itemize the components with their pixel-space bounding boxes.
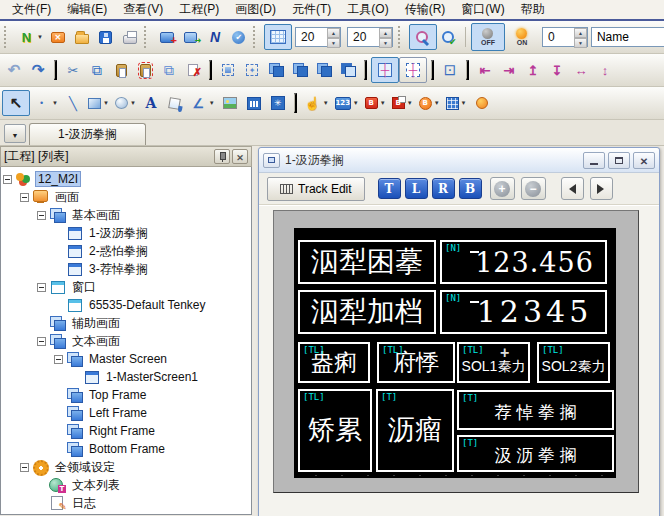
screen-object[interactable]: [T] 沥瘤: [376, 389, 454, 472]
minimize-button[interactable]: [583, 152, 605, 169]
touch-button[interactable]: [301, 91, 332, 115]
pattern-button[interactable]: [266, 91, 290, 115]
fit-screen-button[interactable]: [438, 58, 462, 82]
ungroup-button[interactable]: [288, 58, 312, 82]
screen-object[interactable]: [N] 123.456: [440, 240, 607, 284]
track-side-button[interactable]: R: [432, 178, 455, 199]
copy-button[interactable]: [85, 58, 109, 82]
expand-collapse-box[interactable]: [37, 211, 46, 220]
align-center-h-button[interactable]: [569, 58, 593, 82]
zoom-check-button[interactable]: [437, 25, 461, 49]
bring-front-button[interactable]: [312, 58, 336, 82]
screen-object[interactable]: 泅犁加档: [298, 290, 436, 334]
toolbar-grip[interactable]: [398, 26, 405, 48]
chart-button[interactable]: [242, 91, 266, 115]
new-project-button[interactable]: [15, 25, 46, 49]
align-bottom-button[interactable]: [545, 58, 569, 82]
pin-panel-button[interactable]: [214, 149, 230, 164]
window-system-button[interactable]: [263, 153, 280, 168]
track-side-button[interactable]: T: [378, 178, 401, 199]
align-right-button[interactable]: [497, 58, 521, 82]
ico-stack[interactable]: 基本画面: [1, 206, 251, 224]
spinner-arrows-icon[interactable]: ▲▼: [327, 28, 340, 46]
ico-stack[interactable]: Bottom Frame: [1, 440, 251, 458]
download-button[interactable]: [155, 25, 179, 49]
ico-stack[interactable]: Master Screen: [1, 350, 251, 368]
tab-list-dropdown-button[interactable]: [4, 124, 26, 143]
ico-win[interactable]: 1-汲沥拳搁: [1, 224, 251, 242]
polygon-button[interactable]: [187, 91, 218, 115]
redo-button[interactable]: [26, 58, 50, 82]
save-button[interactable]: [94, 25, 118, 49]
image-button[interactable]: [218, 91, 242, 115]
close-button[interactable]: [633, 152, 655, 169]
screen-object[interactable]: [TL] 府悸: [377, 342, 455, 383]
align-top-button[interactable]: [521, 58, 545, 82]
grid-width-spinner[interactable]: 20▲▼: [295, 27, 341, 47]
state-on-indicator[interactable]: ON: [505, 23, 539, 51]
ico-stack[interactable]: Left Frame: [1, 404, 251, 422]
screen-object[interactable]: [T] 汲 沥 拳 搁: [457, 435, 614, 472]
screen-object[interactable]: [TL] SOL1秦力: [457, 342, 530, 383]
hmi-screen-canvas[interactable]: 泅犁困摹 [N] 123.456 泅犁加档 [N]: [294, 228, 616, 478]
message-button[interactable]: B: [362, 91, 389, 115]
expand-collapse-box[interactable]: [20, 193, 29, 202]
expand-collapse-box[interactable]: [37, 337, 46, 346]
screen-object[interactable]: [TL] 盎痢: [298, 342, 370, 383]
group-button[interactable]: [264, 58, 288, 82]
paste-button[interactable]: [109, 58, 133, 82]
deselect-button[interactable]: [240, 58, 264, 82]
zoom-button[interactable]: [409, 24, 437, 50]
ico-globe[interactable]: 文本列表: [1, 476, 251, 494]
ico-win[interactable]: 2-惑怕拳搁: [1, 242, 251, 260]
grid-height-spinner[interactable]: 20▲▼: [347, 27, 393, 47]
send-back-button[interactable]: [336, 58, 360, 82]
ico-stack[interactable]: 文本画面: [1, 332, 251, 350]
ico-stack[interactable]: 辅助画面: [1, 314, 251, 332]
screen-tab[interactable]: 1-汲沥拳搁: [29, 123, 146, 145]
toolbar-grip[interactable]: [253, 26, 260, 48]
toolbar-grip[interactable]: [4, 26, 11, 48]
track-edit-button[interactable]: Track Edit: [267, 177, 365, 201]
ico-gear[interactable]: 全领域设定: [1, 458, 251, 476]
menu-item[interactable]: 查看(V): [115, 0, 171, 19]
remove-track-button[interactable]: −: [521, 177, 546, 200]
window-part-button[interactable]: B: [389, 91, 416, 115]
screen-object[interactable]: [TL] SOL2秦力: [537, 342, 610, 383]
track-side-button[interactable]: B: [459, 178, 482, 199]
align-left-button[interactable]: [473, 58, 497, 82]
ico-stack[interactable]: Top Frame: [1, 386, 251, 404]
transfer-button[interactable]: [46, 25, 70, 49]
panel-close-button[interactable]: [232, 149, 248, 164]
ico-log[interactable]: 日志: [1, 494, 251, 512]
menu-item[interactable]: 窗口(W): [453, 0, 512, 19]
screen-object[interactable]: [TL] 矫累: [298, 389, 372, 472]
expand-collapse-box[interactable]: [3, 175, 12, 184]
state-number-spinner[interactable]: 0▲▼: [542, 27, 588, 47]
snap-toggle-button[interactable]: [399, 57, 427, 83]
screen-object[interactable]: [T] 荐 悼 拳 搁: [457, 390, 614, 430]
paste-special-button[interactable]: [133, 58, 157, 82]
align-center-v-button[interactable]: [593, 58, 617, 82]
select-all-button[interactable]: [216, 58, 240, 82]
expand-collapse-box[interactable]: [37, 283, 46, 292]
toolbar-grip[interactable]: [144, 26, 151, 48]
grid-toggle-button[interactable]: [371, 57, 399, 83]
calc-button[interactable]: [443, 91, 470, 115]
prev-screen-button[interactable]: [561, 177, 584, 200]
add-track-button[interactable]: +: [490, 177, 515, 200]
menu-item[interactable]: 画图(D): [227, 0, 284, 19]
menu-item[interactable]: 帮助: [513, 0, 553, 19]
verify-button[interactable]: [227, 25, 251, 49]
ico-screen[interactable]: 画面: [1, 188, 251, 206]
expand-collapse-box[interactable]: [20, 463, 29, 472]
state-off-button[interactable]: OFF: [471, 23, 505, 51]
pointer-button[interactable]: [2, 90, 30, 116]
screen-object[interactable]: [N] 12345: [440, 290, 607, 334]
menu-item[interactable]: 元件(T): [284, 0, 339, 19]
ico-win[interactable]: 3-荐悼拳搁: [1, 260, 251, 278]
alarm-button[interactable]: B: [416, 91, 443, 115]
line-button[interactable]: [61, 91, 85, 115]
menu-item[interactable]: 编辑(E): [59, 0, 115, 19]
open-button[interactable]: [70, 25, 94, 49]
